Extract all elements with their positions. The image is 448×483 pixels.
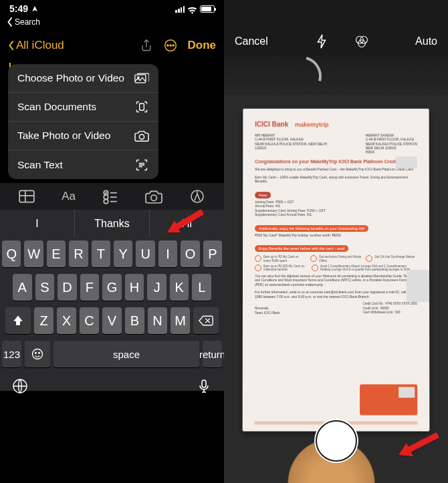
add-body: ₹500 My Cash* MakeMyTrip holiday voucher… [255, 233, 417, 237]
auto-button[interactable]: Auto [415, 35, 437, 47]
checklist-icon[interactable] [102, 188, 119, 204]
key-g[interactable]: G [102, 274, 122, 301]
space-key[interactable]: space [53, 341, 199, 367]
backspace-key[interactable] [193, 307, 219, 334]
key-h[interactable]: H [125, 274, 144, 301]
doc-line: Earn My Cash – 100% usable MakeMyTrip Ca… [255, 175, 417, 184]
back-label: All iCloud [16, 39, 64, 52]
note-body[interactable]: Choose Photo or Video Scan Documents Tak… [0, 59, 224, 183]
svg-point-14 [33, 349, 43, 359]
svg-point-11 [104, 199, 108, 204]
address-right: HEMANT SAXENA C-44 B FIRST FLOOR, KALKAJ… [366, 133, 417, 154]
doc-line: We are delighted to bring to you a Benef… [255, 168, 417, 172]
menu-label: Take Photo or Video [17, 130, 110, 142]
key-c[interactable]: C [80, 307, 99, 334]
filter-icon[interactable] [355, 34, 368, 49]
signature: Sincerely, Team ICICI Bank [255, 306, 280, 315]
key-e[interactable]: E [47, 240, 66, 267]
key-z[interactable]: Z [34, 307, 53, 334]
back-all-icloud[interactable]: All iCloud [8, 39, 64, 52]
key-l[interactable]: L [192, 274, 211, 301]
photo-stack-icon [134, 71, 149, 85]
viewfinder: ICICI Bank makemytrip MR HEMANT C-44 B F… [224, 56, 448, 483]
makemytrip-logo: makemytrip [295, 121, 328, 128]
key-y[interactable]: Y [114, 240, 132, 267]
key-m[interactable]: M [171, 307, 190, 334]
emoji-icon [31, 347, 44, 361]
scan-document-icon [134, 100, 149, 114]
svg-point-2 [169, 45, 171, 46]
red-arrow-right [395, 431, 441, 463]
menu-choose-photo[interactable]: Choose Photo or Video [8, 64, 158, 93]
fees-body: Joining Fees: ₹500 + GST Annual Fees: NI… [255, 200, 417, 217]
key-v[interactable]: V [102, 307, 122, 334]
key-k[interactable]: K [170, 274, 189, 301]
numbers-key[interactable]: 123 [2, 341, 21, 367]
markup-icon[interactable] [189, 188, 206, 204]
menu-take-photo[interactable]: Take Photo or Video [8, 122, 158, 150]
menu-scan-documents[interactable]: Scan Documents [8, 93, 158, 122]
signal-icon [175, 5, 185, 13]
emoji-key[interactable] [25, 341, 50, 367]
menu-scan-text[interactable]: Scan Text [8, 150, 158, 179]
flash-icon[interactable] [315, 34, 328, 49]
share-icon[interactable] [140, 39, 153, 52]
status-bar: 5:49 [0, 0, 224, 15]
key-b[interactable]: B [125, 307, 144, 334]
prediction-1[interactable]: I [0, 210, 75, 238]
menu-label: Scan Documents [17, 101, 96, 113]
cancel-button[interactable]: Cancel [235, 35, 268, 47]
key-w[interactable]: W [24, 240, 43, 267]
status-time: 5:49 [9, 3, 28, 14]
key-o[interactable]: O [181, 240, 199, 267]
fees-head: Fees [255, 192, 271, 198]
globe-icon[interactable] [12, 378, 28, 394]
key-r[interactable]: R [69, 240, 88, 267]
key-x[interactable]: X [57, 307, 76, 334]
note-toolbar: Aa [0, 183, 224, 210]
prediction-2[interactable]: Thanks [75, 210, 150, 238]
benefit: Get 1% fuel Surcharge Waiver [374, 255, 415, 259]
key-i[interactable]: I [158, 240, 177, 267]
redaction-box [396, 156, 417, 168]
key-q[interactable]: Q [2, 240, 21, 267]
svg-point-16 [39, 353, 40, 354]
more-icon[interactable] [164, 39, 177, 52]
camera-tool-icon[interactable] [145, 188, 162, 204]
key-j[interactable]: J [147, 274, 166, 301]
shutter-button[interactable] [314, 419, 358, 463]
camera-icon [134, 129, 149, 142]
format-button[interactable]: Aa [62, 190, 76, 203]
key-n[interactable]: N [148, 307, 167, 334]
benefit: Get exclusive Dining and Movie Offers [319, 255, 362, 263]
key-u[interactable]: U [136, 240, 154, 267]
shift-key[interactable] [5, 307, 31, 334]
done-button[interactable]: Done [188, 39, 217, 52]
svg-point-10 [104, 195, 108, 200]
pill-benefits: Enjoy Benefits like never before with th… [255, 245, 348, 252]
svg-point-12 [150, 195, 156, 201]
scan-panel: Cancel Auto ICICI Bank makemytrip MR HEM… [224, 0, 448, 483]
key-d[interactable]: D [58, 274, 77, 301]
chevron-left-icon [8, 39, 15, 51]
return-key[interactable]: return [203, 341, 222, 367]
benefit: Earn up to ₹2,000 My Cash on milestone b… [263, 265, 308, 272]
key-s[interactable]: S [35, 274, 55, 301]
svg-point-5 [138, 77, 140, 79]
svg-point-3 [173, 45, 174, 46]
red-arrow-left [166, 208, 206, 239]
attachment-menu: Choose Photo or Video Scan Documents Tak… [8, 64, 158, 179]
doc-footer: For further information, write to us at … [255, 290, 417, 299]
back-to-search[interactable]: Search [0, 15, 224, 32]
table-icon[interactable] [18, 188, 35, 204]
key-p[interactable]: P [203, 240, 222, 267]
menu-label: Scan Text [17, 159, 63, 171]
key-a[interactable]: A [13, 274, 32, 301]
notes-panel: 5:49 Search All iCloud Done Choose Photo… [0, 0, 224, 483]
key-f[interactable]: F [80, 274, 100, 301]
menu-label: Choose Photo or Video [17, 72, 124, 84]
svg-rect-6 [140, 104, 144, 110]
dictation-icon[interactable] [196, 378, 212, 394]
svg-rect-4 [135, 75, 146, 83]
key-t[interactable]: T [92, 240, 110, 267]
